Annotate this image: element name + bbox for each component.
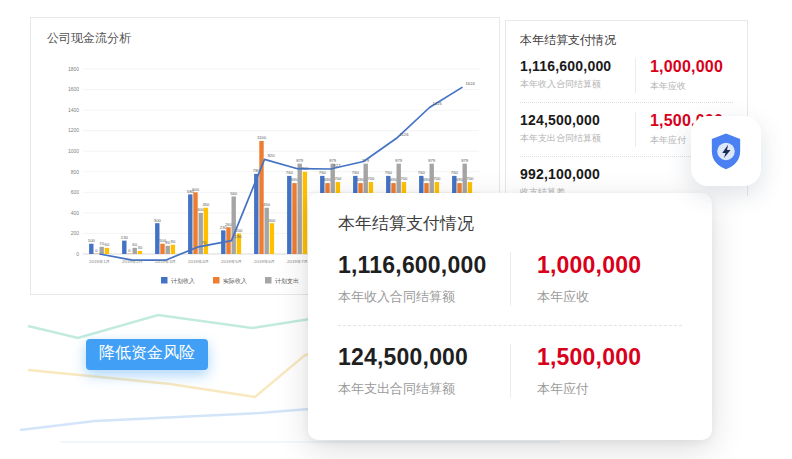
svg-text:2019年6月: 2019年6月 [254,259,275,264]
svg-text:760: 760 [451,170,459,175]
svg-text:1000: 1000 [68,148,79,154]
popup-label: 本年支出合同结算额 [338,380,510,398]
svg-text:760: 760 [385,170,393,175]
svg-text:450: 450 [263,202,271,207]
svg-text:879: 879 [428,158,436,163]
shield-lightning-icon [706,129,746,173]
popup-value-red: 1,000,000 [537,252,682,279]
svg-text:70: 70 [202,240,207,245]
stat-income-settled: 1,116,600,000 本年收入合同结算额 [520,58,635,91]
stat-label: 本年收入合同结算额 [520,78,635,91]
popup-payable: 1,500,000 本年应付 [510,344,682,398]
svg-text:700: 700 [433,176,441,181]
svg-text:700: 700 [466,176,474,181]
popup-row-expense: 124,500,000 本年支出合同结算额 1,500,000 本年应付 [338,344,682,398]
svg-text:600: 600 [71,189,80,195]
popup-label: 本年应收 [537,288,682,306]
svg-text:60: 60 [105,242,110,247]
popup-income-settled: 1,116,600,000 本年收入合同结算额 [338,252,510,306]
popup-receivable: 1,000,000 本年应收 [510,252,682,306]
svg-text:130: 130 [235,234,243,239]
svg-text:1400: 1400 [68,107,79,113]
stat-receivable: 1,000,000 本年应收 [635,58,733,93]
svg-text:800: 800 [71,169,80,175]
popup-title: 本年结算支付情况 [338,212,682,235]
svg-text:700: 700 [400,176,408,181]
svg-text:300: 300 [154,218,162,223]
svg-text:实际收入: 实际收入 [223,277,247,285]
svg-text:760: 760 [418,170,426,175]
svg-text:760: 760 [319,170,327,175]
svg-text:130: 130 [121,235,129,240]
svg-text:90: 90 [171,239,176,244]
svg-text:1624: 1624 [466,81,476,86]
svg-text:0: 0 [95,248,98,253]
svg-text:760: 760 [286,170,294,175]
svg-text:300: 300 [268,218,276,223]
popup-value: 124,500,000 [338,344,510,371]
svg-text:100: 100 [88,238,96,243]
svg-text:2019年2月: 2019年2月 [122,259,143,264]
svg-text:827: 827 [334,163,342,168]
stat-expense-settled: 124,500,000 本年支出合同结算额 [520,112,635,145]
stat-value-red: 1,000,000 [650,58,733,76]
panel-title: 本年结算支付情况 [520,32,733,49]
svg-text:1800: 1800 [68,66,79,72]
svg-text:600: 600 [192,187,200,192]
svg-text:2019年5月: 2019年5月 [221,259,242,264]
svg-text:0: 0 [128,248,131,253]
svg-text:560: 560 [230,191,238,196]
stat-label: 本年应收 [650,80,733,93]
popup-expense-settled: 124,500,000 本年支出合同结算额 [338,344,510,398]
settlement-popup-card: 本年结算支付情况 1,116,600,000 本年收入合同结算额 1,000,0… [308,193,712,440]
svg-text:879: 879 [461,158,469,163]
svg-text:920: 920 [268,153,276,158]
popup-value-red: 1,500,000 [537,344,682,371]
dotted-divider [520,102,733,103]
stat-label: 本年支出合同结算额 [520,132,635,145]
svg-text:1200: 1200 [68,127,79,133]
svg-text:700: 700 [367,176,375,181]
popup-label: 本年收入合同结算额 [338,288,510,306]
svg-text:计划收入: 计划收入 [171,277,195,285]
svg-text:400: 400 [71,210,80,216]
svg-text:30: 30 [138,245,143,250]
svg-text:879: 879 [296,158,304,163]
popup-label: 本年应付 [537,380,682,398]
svg-text:2019年1月: 2019年1月 [89,259,110,264]
svg-text:2019年3月: 2019年3月 [155,259,176,264]
stat-value: 992,100,000 [520,166,635,182]
svg-text:700: 700 [334,176,342,181]
svg-text:450: 450 [202,202,210,207]
svg-text:2019年4月: 2019年4月 [188,259,209,264]
stat-value: 124,500,000 [520,112,635,128]
svg-text:879: 879 [395,158,403,163]
svg-text:200: 200 [71,230,80,236]
dashed-divider [338,325,682,326]
svg-text:1126: 1126 [400,132,410,137]
svg-text:0: 0 [76,251,79,257]
reduce-risk-badge[interactable]: 降低资金风险 [86,339,208,370]
svg-text:1425: 1425 [433,101,443,106]
popup-value: 1,116,600,000 [338,252,510,279]
shield-app-card[interactable] [691,116,761,186]
svg-text:1100: 1100 [257,135,267,140]
popup-row-income: 1,116,600,000 本年收入合同结算额 1,000,000 本年应收 [338,252,682,306]
svg-text:1600: 1600 [68,86,79,92]
svg-text:计划支出: 计划支出 [275,278,299,285]
summary-row-income: 1,116,600,000 本年收入合同结算额 1,000,000 本年应收 [520,58,733,93]
svg-text:2019年7月: 2019年7月 [287,259,308,264]
stat-value: 1,116,600,000 [520,58,635,74]
svg-text:760: 760 [352,170,360,175]
chart-title: 公司现金流分析 [31,18,499,47]
